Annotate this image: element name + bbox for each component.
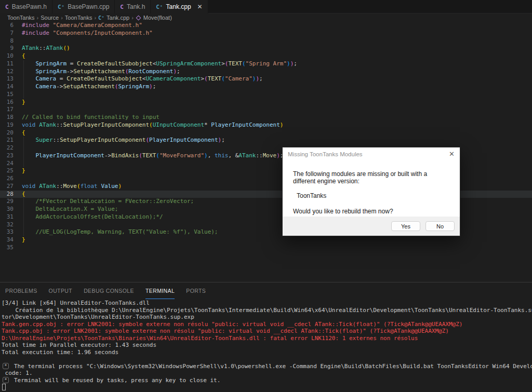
panel-tab-output[interactable]: OUTPUT: [49, 282, 73, 299]
line-number: 16: [0, 99, 14, 106]
yes-button[interactable]: Yes: [391, 221, 420, 231]
line-number: 25: [0, 167, 14, 175]
tab-label: Tank.h: [127, 3, 145, 10]
line-number: 26: [0, 175, 14, 183]
code-text: SpringArm->SetupAttachment(RootComponent…: [22, 68, 180, 76]
terminal-line: *The terminal process "C:\Windows\System…: [0, 363, 532, 370]
breadcrumb-item[interactable]: ToonTanks: [7, 15, 35, 21]
line-number: 9: [0, 45, 14, 52]
code-line: 13 Camera = CreateDefaultSubobject<UCame…: [0, 75, 532, 83]
code-line: 18// Called to bind functionality to inp…: [0, 114, 532, 121]
code-text: SpringArm = CreateDefaultSubobject<USpri…: [22, 60, 297, 68]
code-text: void ATank::Move(float Value): [22, 183, 122, 191]
code-line: 6#include "Camera/CameraComponent.h": [0, 22, 532, 30]
vscode-window: CBasePawn.hC⁺BasePawn.cppCTank.hC⁺Tank.c…: [0, 0, 532, 392]
file-icon: C: [120, 4, 124, 10]
code-text: #include "Camera/CameraComponent.h": [22, 22, 142, 30]
panel-tab-terminal[interactable]: TERMINAL: [145, 282, 175, 299]
no-button[interactable]: No: [425, 221, 455, 231]
code-line: 10{: [0, 52, 532, 60]
line-number: 27: [0, 183, 14, 191]
breadcrumb-separator: ›: [131, 15, 134, 21]
code-text: PlayerInputComponent->BindAxis(TEXT("Mov…: [22, 152, 283, 160]
breadcrumb-label: ToonTanks: [7, 15, 35, 21]
breadcrumb-separator: ›: [61, 15, 63, 21]
code-text: ATank::ATank(): [22, 45, 70, 52]
code-line: 11 SpringArm = CreateDefaultSubobject<US…: [0, 60, 532, 68]
code-line: 9ATank::ATank(): [0, 45, 532, 52]
line-number: 33: [0, 228, 14, 236]
code-line: 17: [0, 106, 532, 114]
terminal-line: *Terminal will be reused by tasks, press…: [0, 377, 532, 384]
code-text: // Called to bind functionality to input: [22, 114, 159, 121]
terminal-line: tor\Development\ToonTanks\UnrealEditor-T…: [0, 314, 532, 321]
file-icon: C⁺: [58, 4, 64, 10]
tab-close-icon[interactable]: ✕: [197, 4, 203, 10]
file-icon: C⁺: [156, 4, 163, 10]
terminal-line: [0, 356, 532, 363]
breadcrumb: ToonTanks›Source›ToonTanks›C⁺Tank.cpp›Mo…: [0, 13, 532, 22]
line-number: 18: [0, 114, 14, 121]
line-number: 13: [0, 75, 14, 83]
line-number: 34: [0, 236, 14, 244]
tab-label: BasePawn.cpp: [68, 3, 109, 10]
code-text: {: [22, 52, 25, 60]
code-text: Super::SetupPlayerInputComponent(PlayerI…: [22, 137, 225, 144]
code-text: //UE_LOG(LogTemp, Warning, TEXT("Value: …: [22, 228, 218, 236]
breadcrumb-separator: ›: [94, 15, 96, 21]
line-number: 24: [0, 160, 14, 168]
breadcrumb-label: Move(float): [143, 15, 172, 21]
file-icon: C: [5, 4, 9, 10]
cpp-file-icon: C⁺: [98, 15, 104, 21]
line-number: 22: [0, 144, 14, 152]
panel-tab-problems[interactable]: PROBLEMS: [5, 282, 37, 299]
line-number: 17: [0, 106, 14, 114]
line-number: 14: [0, 83, 14, 91]
terminal-line: code: 1.: [0, 370, 532, 377]
code-text: void ATank::SetupPlayerInputComponent(UI…: [22, 121, 283, 129]
code-text: /*FVector DeltaLocation = FVector::ZeroV…: [22, 198, 194, 206]
line-number: 21: [0, 137, 14, 144]
terminal-output[interactable]: [3/4] Link [x64] UnrealEditor-ToonTanks.…: [0, 300, 532, 392]
line-number: 29: [0, 198, 14, 206]
code-text: {: [22, 191, 25, 198]
panel-tab-ports[interactable]: PORTS: [186, 282, 206, 299]
code-text: }: [22, 99, 25, 106]
editor-tab-basepawn.h[interactable]: CBasePawn.h: [0, 0, 52, 13]
editor-tab-basepawn.cpp[interactable]: C⁺BasePawn.cpp: [52, 0, 115, 13]
tab-label: BasePawn.h: [12, 3, 47, 10]
dialog-title-bar: Missing ToonTanks Modules ✕: [283, 147, 460, 160]
panel-tab-debug-console[interactable]: DEBUG CONSOLE: [84, 282, 134, 299]
editor-tab-tank.cpp[interactable]: C⁺Tank.cpp✕: [151, 0, 208, 13]
terminal-line: Total time in Parallel executor: 1.43 se…: [0, 342, 532, 349]
breadcrumb-item[interactable]: Source: [41, 15, 59, 21]
breadcrumb-item[interactable]: Move(float): [136, 15, 172, 21]
terminal-line: [3/4] Link [x64] UnrealEditor-ToonTanks.…: [0, 300, 532, 307]
line-number: 7: [0, 30, 14, 37]
panel-tab-bar: PROBLEMSOUTPUTDEBUG CONSOLETERMINALPORTS: [0, 282, 532, 299]
terminal-command-icon: *: [3, 377, 9, 383]
terminal-line: Tank.gen.cpp.obj : error LNK2001: symbol…: [0, 321, 532, 328]
terminal-cursor: [2, 384, 6, 390]
code-line: 19void ATank::SetupPlayerInputComponent(…: [0, 121, 532, 129]
breadcrumb-item[interactable]: ToonTanks: [65, 15, 92, 21]
line-number: 28: [0, 191, 14, 198]
code-line: 8: [0, 37, 532, 45]
tab-label: Tank.cpp: [166, 3, 191, 10]
code-text: }: [22, 236, 25, 244]
code-line: 15: [0, 91, 532, 99]
code-text: AddActorLocalOffset(DeltaLocation);*/: [22, 213, 163, 221]
dialog-footer: Yes No: [283, 217, 460, 236]
code-text: Camera = CreateDefaultSubobject<UCameraC…: [22, 75, 263, 83]
line-number: 8: [0, 37, 14, 45]
code-line: 14 Camera->SetupAttachment(SpringArm);: [0, 83, 532, 91]
editor-tab-tank.h[interactable]: CTank.h: [115, 0, 151, 13]
terminal-line: D:\UnrealEngine\Projets\ToonTanks\Binari…: [0, 335, 532, 342]
line-number: 10: [0, 52, 14, 60]
dialog-close-icon[interactable]: ✕: [449, 150, 455, 158]
dialog-body: The following modules are missing or bui…: [283, 160, 460, 215]
code-line: 35: [0, 244, 532, 252]
terminal-line: Création de la bibliothèque D:\UnrealEng…: [0, 307, 532, 314]
editor-tab-bar: CBasePawn.hC⁺BasePawn.cppCTank.hC⁺Tank.c…: [0, 0, 532, 13]
breadcrumb-item[interactable]: C⁺Tank.cpp: [98, 15, 129, 21]
